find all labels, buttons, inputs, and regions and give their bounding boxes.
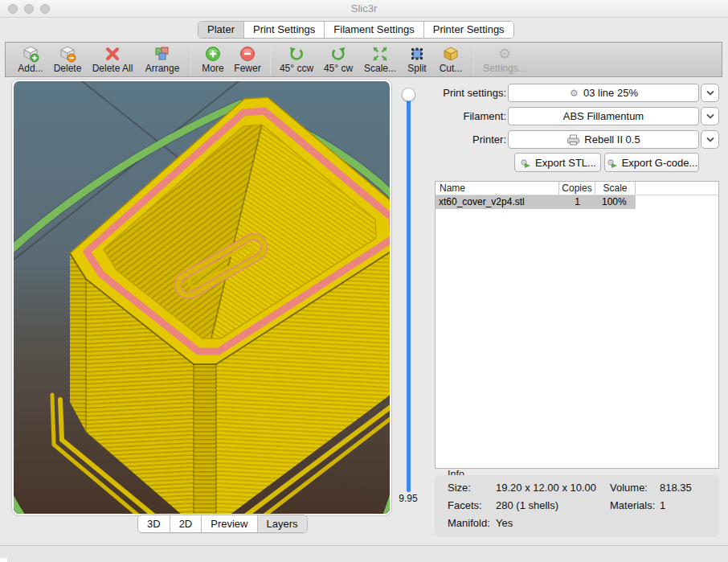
size-label: Size: [448,482,471,494]
export-icon: ⚙ [606,157,618,169]
export-gcode-button[interactable]: ⚙ Export G-code... [604,153,699,172]
add-object-icon [22,45,39,63]
delete-all-icon [104,45,121,63]
export-icon: ⚙ [519,157,531,169]
view-tab-preview[interactable]: Preview [201,515,256,532]
printer-label: Printer: [432,130,506,149]
svg-text:⚙: ⚙ [570,88,579,98]
export-stl-button[interactable]: ⚙ Export STL... [514,153,601,172]
split-button[interactable]: Split [401,45,433,76]
layer-slider-value: 9.95 [392,493,424,504]
rotate-cw-button[interactable]: 45° cw [317,45,359,76]
arrange-icon [153,45,171,63]
print-settings-value: 03 line 25% [583,87,638,99]
print-settings-combo[interactable]: ⚙ 03 line 25% [508,84,699,102]
cut-icon [442,45,460,63]
delete-button[interactable]: Delete [49,45,86,76]
chevron-down-icon [706,89,715,97]
scale-button[interactable]: Scale... [359,45,401,76]
materials-label: Materials: [610,499,655,511]
printer-value: Rebell II 0.5 [584,133,640,146]
delete-object-icon [59,45,76,63]
resize-grip [0,558,7,562]
toolbar-separator [270,45,271,76]
filament-value: ABS Fillamentum [563,110,644,122]
status-bar [0,545,728,562]
tab-print-settings[interactable]: Print Settings [243,22,324,38]
tab-filament-settings[interactable]: Filament Settings [324,22,423,38]
filament-dropdown-button[interactable] [701,107,719,125]
split-icon [408,45,426,63]
view-tab-layers[interactable]: Layers [257,515,307,532]
filament-label: Filament: [432,107,506,125]
rotate-ccw-icon [288,45,305,63]
printer-combo[interactable]: Rebell II 0.5 [508,130,699,149]
chevron-down-icon [706,113,715,121]
object-list-header: Name Copies Scale [436,182,718,195]
export-gcode-label: Export G-code... [622,157,698,169]
size-value: 19.20 x 12.00 x 10.00 [496,482,596,494]
printer-dropdown-button[interactable] [701,130,719,149]
table-row[interactable]: xt60_cover_v2p4.stl 1 100% [436,195,718,209]
tab-plater[interactable]: Plater [198,22,243,38]
volume-label: Volume: [610,482,648,494]
settings-button[interactable]: ⚙ Settings... [479,45,530,76]
scale-icon [371,45,389,63]
view-tab-3d[interactable]: 3D [138,515,170,532]
toolbar-separator [190,45,191,76]
viewport-frame [11,79,392,516]
more-button[interactable]: More [196,45,230,76]
volume-value: 818.35 [660,482,692,494]
layer-slider-thumb[interactable] [402,88,415,101]
column-header-name: Name [436,182,559,195]
cut-button[interactable]: Cut... [433,45,468,76]
cell-scale: 100% [595,195,636,209]
3d-viewport[interactable] [14,81,390,514]
export-stl-label: Export STL... [535,157,596,169]
column-header-copies: Copies [559,182,595,195]
column-header-scale: Scale [595,182,636,195]
gear-icon: ⚙ [569,88,579,98]
manifold-label: Manifold: [448,517,490,529]
toolbar-separator [473,45,474,76]
printer-icon [566,134,580,146]
more-copies-icon [204,45,222,63]
settings-icon: ⚙ [496,45,513,63]
filament-combo[interactable]: ABS Fillamentum [508,107,699,125]
plater-toolbar: Add... Delete Delete All [5,42,722,77]
cell-name: xt60_cover_v2p4.stl [436,195,559,209]
tab-printer-settings[interactable]: Printer Settings [423,22,513,38]
chevron-down-icon [706,136,715,144]
viewport-scene [14,81,390,514]
print-settings-dropdown-button[interactable] [701,84,719,102]
view-tabbar: 3D 2D Preview Layers [137,515,308,533]
column-header-empty [636,182,718,195]
window-title: Slic3r [0,0,728,18]
main-tabbar: Plater Print Settings Filament Settings … [198,21,514,39]
info-box: Size: 19.20 x 12.00 x 10.00 Volume: 818.… [435,475,719,537]
manifold-value: Yes [496,517,513,529]
rotate-ccw-button[interactable]: 45° ccw [276,45,317,76]
titlebar: Slic3r [0,0,728,18]
fewer-copies-icon [239,45,256,63]
print-settings-label: Print settings: [432,84,506,102]
view-tab-2d[interactable]: 2D [170,515,202,532]
cell-copies: 1 [559,195,595,209]
facets-label: Facets: [448,499,482,511]
object-list: Name Copies Scale xt60_cover_v2p4.stl 1 … [435,181,719,469]
delete-all-button[interactable]: Delete All [86,45,139,76]
arrange-button[interactable]: Arrange [139,45,186,76]
facets-value: 280 (1 shells) [496,499,558,511]
svg-text:⚙: ⚙ [498,45,511,62]
add-button[interactable]: Add... [12,45,49,76]
materials-value: 1 [660,499,665,511]
layer-slider-track[interactable] [407,94,411,492]
rotate-cw-icon [329,45,347,63]
fewer-button[interactable]: Fewer [230,45,265,76]
